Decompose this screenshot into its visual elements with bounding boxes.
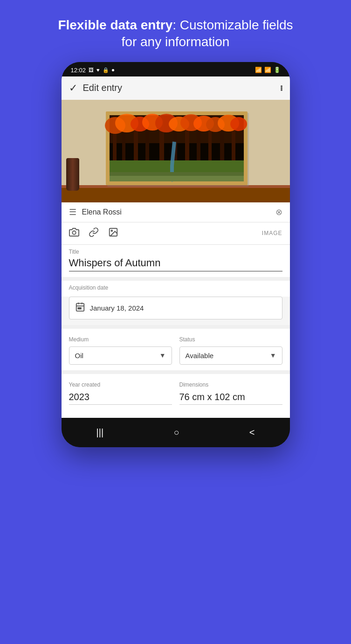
year-dimensions-row: Year created 2023 Dimensions 76 cm x 102… [62,374,290,410]
title-value: Whispers of Autumn [69,257,282,271]
svg-rect-39 [78,308,79,309]
status-select[interactable]: Available ▼ [179,346,282,365]
app-bar: ✓ Edit entry [62,76,290,100]
check-button[interactable]: ✓ [69,82,77,94]
image-actions-row: IMAGE [62,222,290,245]
heart-icon: ♥ [96,67,100,73]
status-field: Status Available ▼ [179,332,282,370]
acquisition-date-label-area: Acquisition date [62,281,290,297]
status-bar: 12:02 🖼 ♥ 🔒 📶 📶 🔋 [62,62,290,76]
app-bar-title: Edit entry [83,83,275,93]
status-right: 📶 📶 🔋 [255,67,281,73]
acquisition-date-value: January 18, 2024 [90,304,144,312]
header-line2: for any information [122,35,230,49]
author-field-row[interactable]: ☰ Elena Rossi ⊗ [62,202,290,222]
svg-point-34 [111,230,112,231]
title-field[interactable]: Title Whispers of Autumn [62,245,290,277]
header-normal: : Customizable fields [172,18,293,32]
vase [66,158,79,191]
section-divider-1 [62,277,290,281]
svg-point-28 [230,117,247,131]
status-left: 12:02 🖼 ♥ 🔒 [71,67,114,74]
svg-rect-40 [80,308,81,309]
header-bold: Flexible data entry [58,18,172,32]
nav-home-button[interactable]: ○ [164,423,188,442]
svg-rect-31 [110,176,244,181]
signal-icon: 📶 [264,67,271,73]
lines-icon: ☰ [69,207,76,217]
medium-dropdown-arrow: ▼ [159,352,166,359]
gallery-button[interactable] [108,227,118,240]
dimensions-label: Dimensions [179,381,282,388]
medium-select[interactable]: Oil ▼ [69,346,172,365]
status-value: Available [186,352,214,360]
section-divider-2 [62,325,290,329]
nav-back-button[interactable]: < [240,423,264,442]
year-created-value: 2023 [69,392,172,405]
status-label: Status [179,336,282,343]
nav-menu-button[interactable]: ||| [87,423,113,442]
dot-status-icon [112,69,114,71]
screen-content: ✓ Edit entry [62,76,290,418]
year-created-label: Year created [69,381,172,388]
title-label: Title [69,249,282,255]
svg-point-32 [72,231,76,234]
acquisition-date-label: Acquisition date [69,284,282,291]
link-button[interactable] [89,227,99,240]
more-menu-button[interactable] [281,85,282,91]
phone-container: 12:02 🖼 ♥ 🔒 📶 📶 🔋 ✓ Edit entry [62,62,290,447]
svg-rect-1 [62,186,290,202]
medium-status-row: Medium Oil ▼ Status Available ▼ [62,329,290,370]
wifi-icon: 📶 [255,67,262,73]
nav-bar: ||| ○ < [62,418,290,447]
acquisition-date-field[interactable]: January 18, 2024 [69,297,282,319]
photo-icon: 🖼 [89,67,94,73]
calendar-icon [75,302,85,314]
medium-label: Medium [69,336,172,343]
image-label: IMAGE [262,230,282,236]
clear-author-button[interactable]: ⊗ [275,207,282,217]
medium-field: Medium Oil ▼ [69,332,172,370]
time-display: 12:02 [71,67,86,74]
camera-button[interactable] [69,227,79,240]
author-field-value: Elena Rossi [82,208,270,216]
status-dropdown-arrow: ▼ [270,352,276,359]
year-created-field[interactable]: Year created 2023 [69,378,172,410]
battery-icon: 🔋 [274,67,281,73]
lock-icon: 🔒 [103,67,109,73]
medium-value: Oil [75,352,83,360]
dimensions-field[interactable]: Dimensions 76 cm x 102 cm [179,378,282,410]
section-divider-3 [62,370,290,374]
dimensions-value: 76 cm x 102 cm [179,392,282,405]
page-header: Flexible data entry: Customizable fields… [0,0,351,62]
artwork-image[interactable] [62,100,290,202]
